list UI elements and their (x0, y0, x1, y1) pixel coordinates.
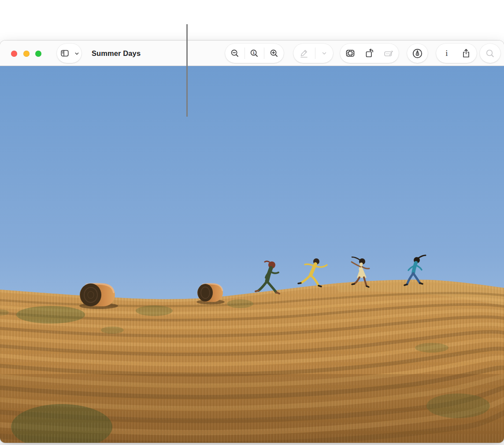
remove-background-icon (345, 48, 356, 59)
sidebar-icon (60, 48, 70, 58)
window-title: Summer Days (92, 40, 141, 66)
zoom-in-button[interactable] (265, 44, 283, 63)
chevron-down-icon (321, 50, 327, 56)
screenshot-stage: Summer Days 1 (0, 0, 504, 445)
sketch-markup-button[interactable] (295, 44, 313, 63)
close-button[interactable] (11, 51, 17, 57)
markup-button[interactable] (408, 44, 427, 63)
field-texture (0, 280, 504, 443)
minimize-button[interactable] (23, 51, 30, 57)
zoom-pill: 1 (225, 44, 284, 63)
svg-text:i: i (445, 48, 448, 58)
form-pencil-icon (383, 48, 394, 59)
magnifier-minus-icon (230, 48, 240, 58)
autofill-form-button[interactable] (379, 44, 398, 63)
share-icon (461, 48, 471, 59)
magnifier-one-icon: 1 (249, 48, 259, 58)
search-button[interactable] (481, 44, 500, 63)
sidebar-pill (57, 44, 82, 63)
image-viewer-window: Summer Days 1 (0, 40, 504, 443)
callout-line (186, 24, 188, 117)
pencil-icon (299, 48, 309, 59)
hay-bale-right (196, 283, 225, 305)
markup-pill (407, 44, 428, 63)
zoom-out-button[interactable] (226, 44, 244, 63)
window-toolbar: Summer Days 1 (0, 40, 504, 66)
photo-summer-days (0, 66, 504, 443)
search-icon (485, 48, 495, 59)
sidebar-toggle-button[interactable] (57, 44, 72, 63)
sidebar-options-button[interactable] (72, 44, 81, 63)
info-icon: i (441, 48, 452, 59)
hay-bale-left (79, 283, 118, 309)
sketch-options-button[interactable] (317, 44, 332, 63)
markup-pen-circle-icon (411, 48, 423, 59)
chevron-down-icon (74, 51, 80, 56)
share-button[interactable] (457, 44, 475, 63)
info-button[interactable]: i (437, 44, 456, 63)
info-share-pill: i (436, 44, 477, 63)
sketch-pill (293, 44, 333, 63)
actual-size-button[interactable]: 1 (245, 44, 263, 63)
rotate-left-button[interactable] (360, 44, 379, 63)
tools-pill (340, 44, 399, 63)
svg-text:1: 1 (253, 51, 255, 55)
search-pill (480, 44, 500, 63)
zoom-window-button[interactable] (35, 51, 41, 57)
rotate-left-icon (364, 48, 375, 59)
remove-background-button[interactable] (341, 44, 359, 63)
magnifier-plus-icon (269, 48, 279, 58)
